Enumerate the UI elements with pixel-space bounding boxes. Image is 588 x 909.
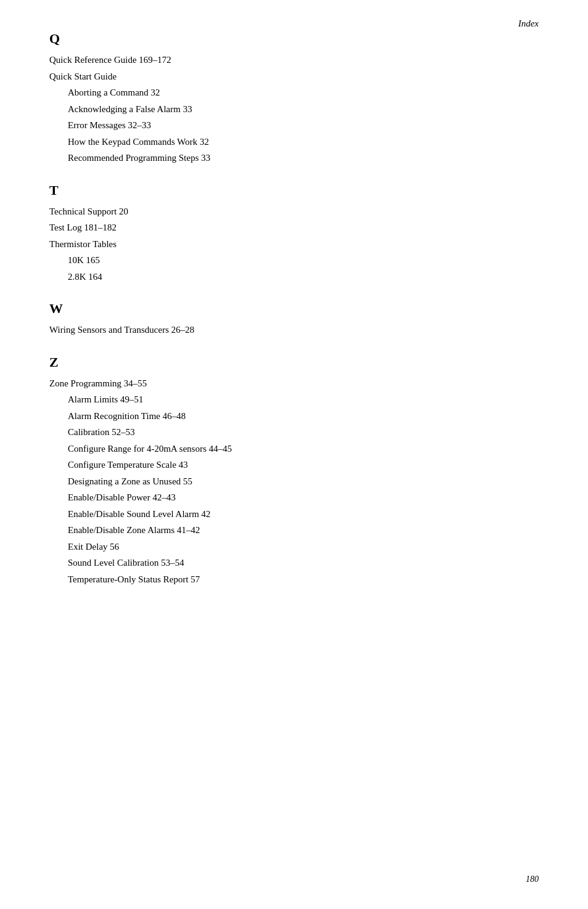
index-section: WWiring Sensors and Transducers 26–28 — [49, 301, 539, 337]
index-entry: Enable/Disable Sound Level Alarm 42 — [68, 507, 539, 521]
index-entry: Calibration 52–53 — [68, 425, 539, 439]
index-entry: Alarm Recognition Time 46–48 — [68, 409, 539, 423]
index-entry: Thermistor Tables — [49, 237, 539, 251]
index-entry: Acknowledging a False Alarm 33 — [68, 102, 539, 116]
index-entry: Configure Temperature Scale 43 — [68, 458, 539, 472]
index-entry: Test Log 181–182 — [49, 221, 539, 235]
index-entry: Recommended Programming Steps 33 — [68, 151, 539, 165]
index-entry: Quick Start Guide — [49, 70, 539, 84]
index-section: QQuick Reference Guide 169–172Quick Star… — [49, 31, 539, 165]
header-label: Index — [518, 18, 539, 28]
index-section: ZZone Programming 34–55Alarm Limits 49–5… — [49, 354, 539, 587]
index-entry: Configure Range for 4-20mA sensors 44–45 — [68, 442, 539, 456]
index-entry: Temperature-Only Status Report 57 — [68, 573, 539, 587]
index-entry: 2.8K 164 — [68, 270, 539, 284]
index-entry: Exit Delay 56 — [68, 540, 539, 554]
index-entry: Enable/Disable Zone Alarms 41–42 — [68, 523, 539, 537]
index-entry: Aborting a Command 32 — [68, 86, 539, 100]
page-container: Index QQuick Reference Guide 169–172Quic… — [0, 0, 588, 909]
index-entry: Sound Level Calibration 53–54 — [68, 556, 539, 570]
page-number-footer: 180 — [526, 874, 539, 884]
page-number: 180 — [526, 874, 539, 884]
section-letter: W — [49, 301, 539, 317]
index-entry: Enable/Disable Power 42–43 — [68, 491, 539, 505]
page-header: Index — [518, 18, 539, 29]
index-entry: Technical Support 20 — [49, 205, 539, 219]
section-letter: Z — [49, 354, 539, 370]
index-entry: Wiring Sensors and Transducers 26–28 — [49, 323, 539, 337]
index-entry: Alarm Limits 49–51 — [68, 393, 539, 407]
index-entry: Zone Programming 34–55 — [49, 377, 539, 391]
section-letter: T — [49, 182, 539, 198]
index-content: QQuick Reference Guide 169–172Quick Star… — [49, 31, 539, 586]
index-entry: 10K 165 — [68, 253, 539, 267]
section-letter: Q — [49, 31, 539, 47]
index-entry: How the Keypad Commands Work 32 — [68, 135, 539, 149]
index-section: TTechnical Support 20Test Log 181–182The… — [49, 182, 539, 284]
index-entry: Designating a Zone as Unused 55 — [68, 475, 539, 489]
index-entry: Error Messages 32–33 — [68, 118, 539, 132]
index-entry: Quick Reference Guide 169–172 — [49, 53, 539, 67]
